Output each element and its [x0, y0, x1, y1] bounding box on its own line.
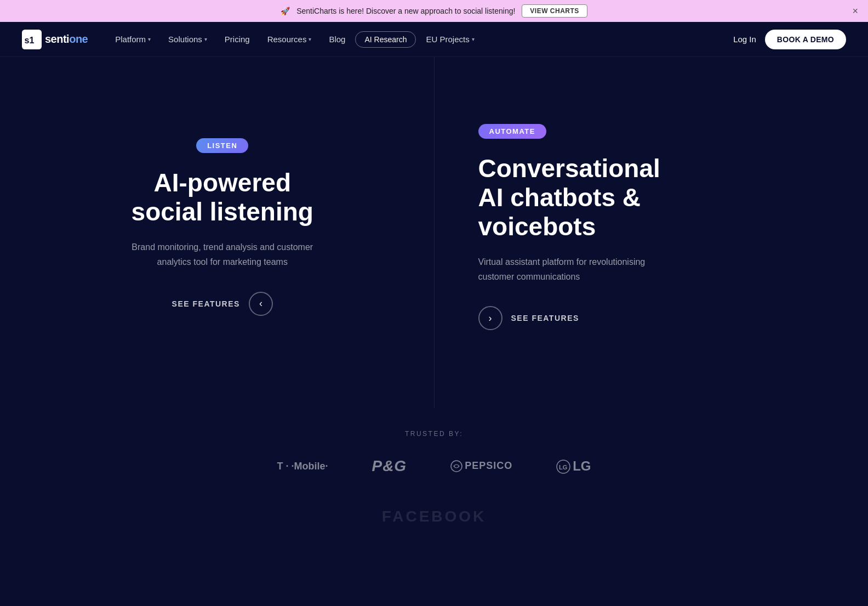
listen-prev-button[interactable]: ‹ [249, 292, 273, 316]
automate-next-button[interactable]: › [478, 306, 502, 330]
view-charts-button[interactable]: VIEW CHARTS [522, 4, 587, 18]
hero-section: LISTEN AI-powered social listening Brand… [0, 57, 868, 408]
listen-title: AI-powered social listening [118, 168, 327, 226]
ai-research-button[interactable]: AI Research [355, 31, 416, 48]
banner-close-button[interactable]: × [852, 5, 858, 17]
automate-cta-text: SEE FEATURES [511, 314, 579, 322]
top-banner: 🚀 SentiCharts is here! Discover a new ap… [0, 0, 868, 22]
main-nav: s1 sentione Platform ▾ Solutions ▾ Prici… [0, 22, 868, 57]
nav-item-resources[interactable]: Resources ▾ [260, 30, 319, 48]
chevron-down-icon: ▾ [309, 36, 311, 42]
nav-item-pricing[interactable]: Pricing [217, 30, 258, 48]
login-button[interactable]: Log In [733, 35, 756, 44]
nav-item-eu-projects[interactable]: EU Projects ▾ [418, 30, 482, 48]
listen-description: Brand monitoring, trend analysis and cus… [129, 240, 316, 269]
chevron-down-icon: ▾ [148, 36, 151, 42]
tmobile-logo: T · ·Mobile· [277, 461, 328, 472]
automate-description: Virtual assistant platform for revolutio… [478, 254, 665, 284]
automate-badge: AUTOMATE [478, 124, 546, 139]
logo[interactable]: s1 sentione [22, 30, 88, 49]
banner-text: SentiCharts is here! Discover a new appr… [296, 7, 515, 15]
hero-right-panel: AUTOMATE Conversational AI chatbots & vo… [435, 57, 869, 408]
chevron-down-icon: ▾ [472, 36, 475, 42]
trusted-label: TRUSTED BY: [0, 430, 868, 438]
nav-links: Platform ▾ Solutions ▾ Pricing Resources… [107, 30, 733, 48]
automate-cta-row: › SEE FEATURES [478, 306, 579, 330]
listen-cta-row: SEE FEATURES ‹ [172, 292, 273, 316]
pepsico-logo: PEPSICO [450, 460, 512, 472]
svg-text:s1: s1 [25, 35, 35, 45]
nav-item-blog[interactable]: Blog [321, 30, 353, 48]
pg-logo: P&G [372, 457, 407, 475]
logo-text: sentione [45, 33, 88, 46]
nav-item-ai-research[interactable]: AI Research [355, 31, 416, 48]
listen-badge: LISTEN [196, 138, 248, 153]
hero-left-panel: LISTEN AI-powered social listening Brand… [0, 57, 435, 408]
banner-emoji: 🚀 [281, 7, 290, 15]
trusted-section: TRUSTED BY: T · ·Mobile· P&G PEPSICO LG … [0, 408, 868, 531]
nav-right: Log In BOOK A DEMO [733, 30, 846, 49]
nav-item-platform[interactable]: Platform ▾ [107, 30, 158, 48]
automate-title: Conversational AI chatbots & voicebots [478, 154, 687, 241]
chevron-down-icon: ▾ [204, 36, 207, 42]
nav-item-solutions[interactable]: Solutions ▾ [161, 30, 215, 48]
book-demo-button[interactable]: BOOK A DEMO [765, 30, 846, 49]
facebook-fading-text: FACEBOOK [0, 497, 868, 531]
lg-logo: LG LG [556, 458, 591, 474]
svg-point-2 [451, 461, 462, 472]
listen-cta-text: SEE FEATURES [172, 299, 240, 308]
svg-text:LG: LG [559, 464, 567, 471]
trusted-logos-row: T · ·Mobile· P&G PEPSICO LG LG [0, 457, 868, 497]
